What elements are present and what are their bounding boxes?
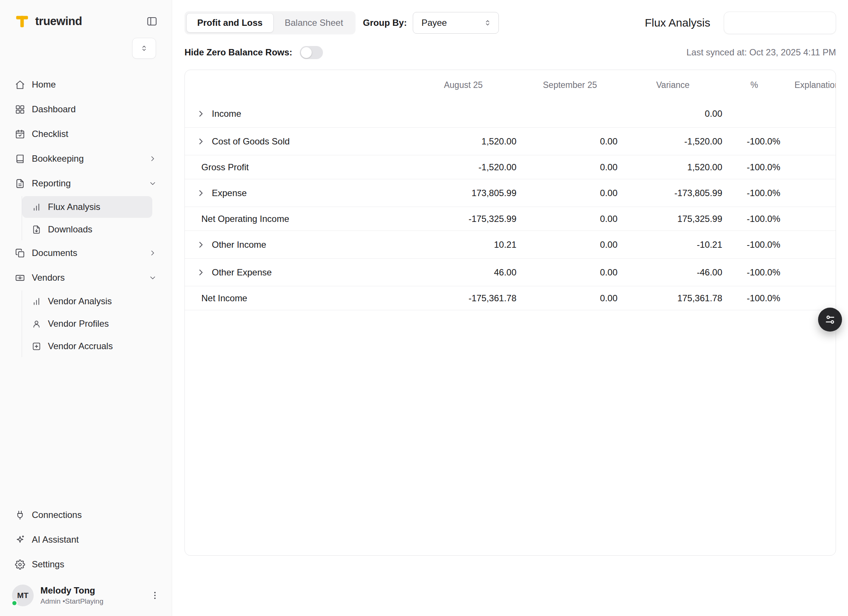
table-settings-fab[interactable] [818, 308, 842, 332]
variance-value-cell: -10.21 [620, 240, 725, 250]
variance-value-cell: 1,520.00 [620, 162, 725, 173]
percent-value-cell: -100.0% [725, 162, 783, 173]
collapse-sidebar-icon[interactable] [146, 16, 158, 27]
variance-value-cell: 175,361.78 [620, 293, 725, 304]
sidebar-item-checklist[interactable]: Checklist [9, 122, 163, 146]
last-synced-text: Last synced at: Oct 23, 2025 4:11 PM [686, 47, 836, 58]
page-title: Flux Analysis [645, 16, 710, 29]
calendar-check-icon [15, 129, 25, 139]
table-row[interactable]: Income 0.00 [185, 100, 836, 128]
table-row[interactable]: Other Income 10.21 0.00 -10.21 -100.0% [185, 231, 836, 259]
variance-value-cell: -1,520.00 [620, 136, 725, 147]
expand-chevron-icon[interactable] [196, 240, 206, 250]
sidebar-item-vendor-accruals[interactable]: Vendor Accruals [22, 335, 152, 357]
expand-chevron-icon[interactable] [196, 268, 206, 277]
logo-row: truewind [9, 0, 163, 32]
sidebar-item-vendors[interactable]: Vendors [9, 266, 163, 290]
user-card[interactable]: MT Melody Tong Admin •StartPlaying [9, 577, 163, 616]
sidebar-item-label: Vendor Analysis [48, 296, 112, 307]
sidebar-item-connections[interactable]: Connections [9, 503, 163, 527]
topbar: Profit and Loss Balance Sheet Group By: … [184, 11, 836, 34]
tab-profit-and-loss[interactable]: Profit and Loss [186, 13, 274, 33]
sidebar-item-vendor-analysis[interactable]: Vendor Analysis [22, 290, 152, 312]
sidebar-item-documents[interactable]: Documents [9, 241, 163, 265]
september-value-cell: 0.00 [519, 240, 620, 250]
account-name: Other Expense [212, 267, 272, 278]
account-name: Net Income [201, 293, 247, 304]
expand-chevron-icon[interactable] [196, 188, 206, 198]
user-meta: Admin •StartPlaying [40, 597, 103, 606]
workspace-selector-button[interactable] [132, 38, 156, 59]
chevron-right-icon [149, 155, 157, 163]
account-name-cell: Gross Profit [185, 162, 407, 173]
percent-value-cell: -100.0% [725, 188, 783, 198]
tab-balance-sheet[interactable]: Balance Sheet [274, 13, 354, 33]
percent-value-cell: -100.0% [725, 240, 783, 250]
august-value-cell: 1,520.00 [407, 136, 519, 147]
sidebar-item-label: Bookkeeping [32, 153, 84, 164]
table-rows: Income 0.00 Cost of Goods Sold 1,520.00 … [185, 100, 836, 310]
kebab-menu-icon[interactable] [150, 591, 160, 600]
table-row[interactable]: Cost of Goods Sold 1,520.00 0.00 -1,520.… [185, 128, 836, 155]
hide-zero-toggle[interactable] [300, 46, 323, 59]
sidebar-item-flux-analysis[interactable]: Flux Analysis [22, 196, 152, 218]
plug-icon [15, 510, 25, 520]
main-content: Profit and Loss Balance Sheet Group By: … [172, 0, 848, 616]
september-value-cell: 0.00 [519, 293, 620, 304]
account-name-cell: Income [185, 109, 407, 119]
sidebar-item-reporting[interactable]: Reporting [9, 171, 163, 195]
chevron-right-icon [149, 249, 157, 257]
avatar-initials: MT [17, 591, 28, 600]
account-name-cell: Cost of Goods Sold [185, 136, 407, 147]
brand-name: truewind [35, 15, 82, 28]
file-download-icon [32, 225, 41, 234]
sidebar-item-vendor-profiles[interactable]: Vendor Profiles [22, 313, 152, 335]
workspace-row [9, 32, 163, 64]
sidebar-item-label: Dashboard [32, 104, 76, 115]
gear-icon [15, 559, 25, 570]
book-icon [15, 154, 25, 164]
sliders-icon [824, 314, 836, 325]
sidebar-item-label: Downloads [48, 224, 92, 235]
sidebar-item-dashboard[interactable]: Dashboard [9, 97, 163, 121]
august-value-cell: 173,805.99 [407, 188, 519, 198]
account-name: Net Operating Income [201, 214, 289, 224]
variance-value-cell: -173,805.99 [620, 188, 725, 198]
sidebar-item-downloads[interactable]: Downloads [22, 219, 152, 240]
account-name: Gross Profit [201, 162, 249, 173]
sidebar-item-bookkeeping[interactable]: Bookkeeping [9, 147, 163, 171]
expand-chevron-icon[interactable] [196, 109, 206, 119]
september-value-cell: 0.00 [519, 267, 620, 278]
september-value-cell: 0.00 [519, 136, 620, 147]
table-row[interactable]: Expense 173,805.99 0.00 -173,805.99 -100… [185, 179, 836, 207]
account-name: Other Income [212, 240, 266, 250]
column-header-august: August 25 [407, 80, 519, 90]
table-row: Net Income -175,361.78 0.00 175,361.78 -… [185, 286, 836, 310]
account-name: Expense [212, 188, 247, 198]
variance-value-cell: -46.00 [620, 267, 725, 278]
chevron-down-icon [149, 179, 157, 187]
square-plus-icon [32, 342, 41, 351]
sparkles-icon [15, 535, 25, 545]
user-icon [32, 319, 41, 329]
sidebar-item-settings[interactable]: Settings [9, 552, 163, 576]
august-value-cell: -175,325.99 [407, 214, 519, 224]
september-value-cell: 0.00 [519, 188, 620, 198]
variance-value-cell: 0.00 [620, 109, 725, 119]
group-by-select[interactable]: Payee [413, 12, 499, 34]
chevron-down-icon [149, 274, 157, 282]
table-row[interactable]: Other Expense 46.00 0.00 -46.00 -100.0% [185, 259, 836, 286]
sidebar-nav: Home Dashboard Checklist Bookkeeping [9, 73, 163, 357]
expand-chevron-icon[interactable] [196, 137, 206, 146]
sidebar-item-ai-assistant[interactable]: AI Assistant [9, 528, 163, 552]
account-name: Cost of Goods Sold [212, 136, 290, 147]
vendors-subgroup: Vendor Analysis Vendor Profiles Vendor A… [22, 290, 163, 357]
column-header-explanation: Explanation [783, 80, 836, 90]
sidebar-item-label: Documents [32, 248, 77, 258]
sidebar-item-label: Vendor Accruals [48, 341, 113, 351]
sidebar-footer-nav: Connections AI Assistant Settings MT Mel… [9, 503, 163, 616]
topbar-cutoff-button[interactable] [724, 12, 836, 34]
home-icon [15, 80, 25, 90]
sidebar-item-label: Checklist [32, 129, 68, 139]
sidebar-item-home[interactable]: Home [9, 73, 163, 97]
